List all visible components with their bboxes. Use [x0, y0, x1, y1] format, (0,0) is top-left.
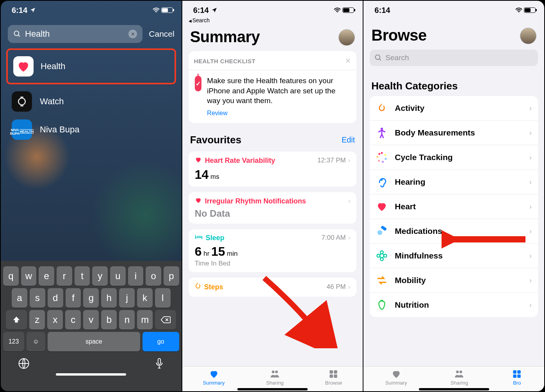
search-result-health-highlighted[interactable]: Health [6, 48, 176, 84]
svg-rect-8 [330, 370, 333, 374]
home-indicator[interactable] [419, 388, 489, 390]
battery-icon [524, 7, 536, 13]
category-cycle-tracking[interactable]: Cycle Tracking› [370, 145, 538, 170]
review-link[interactable]: Review [207, 110, 227, 117]
category-icon [376, 225, 388, 237]
backspace-key[interactable] [155, 310, 176, 330]
key-k[interactable]: k [137, 288, 153, 308]
favourite-card[interactable]: Heart Rate Variability12:37 PM›14 ms [189, 151, 357, 187]
svg-point-6 [272, 371, 274, 373]
tab-browse[interactable]: Bro [511, 369, 522, 386]
svg-point-30 [460, 371, 462, 373]
home-indicator[interactable] [56, 373, 126, 376]
shift-key[interactable] [6, 310, 27, 330]
category-mobility[interactable]: Mobility› [370, 268, 538, 293]
tab-sharing[interactable]: Sharing [266, 369, 284, 386]
svg-point-12 [518, 12, 519, 12]
favourite-card[interactable]: Steps46 PM› [189, 278, 357, 297]
key-a[interactable]: a [12, 288, 27, 308]
key-v[interactable]: v [83, 310, 99, 330]
favourite-card[interactable]: Sleep7:00 AM›6 hr 15 minTime In Bed [189, 229, 357, 272]
key-u[interactable]: u [110, 266, 126, 286]
favourite-card[interactable]: Irregular Rhythm Notifications›No Data [189, 192, 357, 224]
category-heart[interactable]: Heart› [370, 194, 538, 219]
category-icon [376, 151, 388, 163]
search-result-niva[interactable]: NIVA BUPA HEALTH Niva Bupa [1, 116, 182, 144]
tab-sharing[interactable]: Sharing [451, 369, 468, 386]
key-z[interactable]: z [29, 310, 45, 330]
globe-icon[interactable] [18, 358, 30, 371]
search-result-watch[interactable]: Watch [1, 87, 182, 116]
spotlight-search-input[interactable]: Health ✕ [8, 25, 142, 43]
key-t[interactable]: t [75, 266, 90, 286]
key-x[interactable]: x [47, 310, 63, 330]
key-f[interactable]: f [66, 288, 81, 308]
key-n[interactable]: n [119, 310, 135, 330]
key-q[interactable]: q [3, 266, 19, 286]
svg-rect-11 [334, 374, 338, 378]
key-c[interactable]: c [65, 310, 81, 330]
category-label: Nutrition [395, 300, 429, 310]
key-p[interactable]: p [164, 266, 179, 286]
category-icon [376, 299, 388, 311]
key-m[interactable]: m [137, 310, 153, 330]
tab-browse[interactable]: Browse [325, 369, 342, 386]
svg-point-0 [156, 12, 157, 12]
key-g[interactable]: g [83, 288, 99, 308]
tab-summary[interactable]: Summary [385, 369, 407, 386]
tab-bar: Summary Sharing Browse [182, 366, 363, 391]
key-d[interactable]: d [48, 288, 63, 308]
key-j[interactable]: j [119, 288, 135, 308]
page-title: Browse [371, 27, 427, 44]
category-activity[interactable]: Activity› [370, 96, 538, 121]
back-to-search[interactable]: Search [182, 16, 363, 24]
key-y[interactable]: y [92, 266, 108, 286]
wifi-icon [153, 7, 160, 13]
key-l[interactable]: l [155, 288, 171, 308]
chevron-right-icon: › [529, 301, 532, 309]
edit-button[interactable]: Edit [342, 135, 355, 144]
number-key[interactable]: 123 [3, 332, 24, 351]
tab-summary[interactable]: Summary [203, 369, 225, 386]
key-b[interactable]: b [101, 310, 117, 330]
key-w[interactable]: w [21, 266, 37, 286]
key-o[interactable]: o [146, 266, 161, 286]
svg-rect-9 [334, 370, 338, 374]
key-h[interactable]: h [101, 288, 117, 308]
dictation-icon[interactable] [154, 358, 164, 371]
category-medications[interactable]: Medications› [370, 219, 538, 244]
checklist-msg: Make sure the Health features on your iP… [207, 76, 350, 106]
flame-icon [195, 282, 201, 292]
search-value: Health [25, 29, 50, 39]
home-indicator[interactable] [237, 388, 308, 390]
location-icon [30, 7, 36, 13]
emoji-key[interactable]: ☺ [27, 332, 45, 351]
cancel-button[interactable]: Cancel [149, 29, 174, 39]
favourite-title: Sleep [206, 234, 224, 242]
close-icon[interactable]: ✕ [345, 57, 351, 65]
go-key[interactable]: go [142, 332, 179, 351]
category-label: Heart [395, 202, 416, 211]
category-nutrition[interactable]: Nutrition› [370, 293, 538, 317]
checklist-icon: ✓ [195, 76, 202, 91]
avatar[interactable] [520, 28, 536, 44]
key-e[interactable]: e [39, 266, 54, 286]
favourites-header: Favourites [190, 134, 242, 146]
key-r[interactable]: r [57, 266, 72, 286]
space-key[interactable]: space [48, 332, 140, 351]
heart-icon [195, 156, 202, 165]
search-icon [374, 54, 382, 62]
svg-point-24 [380, 254, 384, 258]
avatar[interactable] [338, 29, 355, 46]
category-hearing[interactable]: Hearing› [370, 170, 538, 194]
category-mindfulness[interactable]: Mindfulness› [370, 244, 538, 268]
keyboard[interactable]: qwertyuiop asdfghjkl zxcvbnm 123 ☺ space… [1, 261, 182, 391]
svg-point-26 [381, 258, 384, 261]
clear-icon[interactable]: ✕ [128, 30, 137, 38]
key-i[interactable]: i [128, 266, 144, 286]
browse-search-input[interactable]: Search [370, 50, 538, 66]
key-s[interactable]: s [30, 288, 45, 308]
chevron-right-icon: › [529, 153, 532, 162]
category-body-measurements[interactable]: Body Measurements› [370, 121, 538, 145]
svg-point-22 [378, 230, 383, 235]
